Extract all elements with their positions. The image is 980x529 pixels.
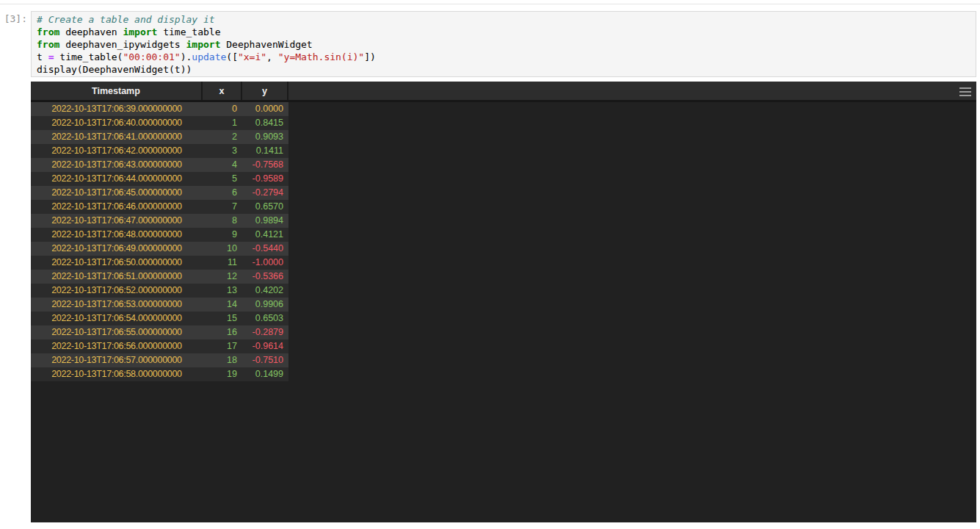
code-token: DeephavenWidget	[220, 39, 312, 50]
cell-y: -0.7568	[242, 158, 288, 172]
code-line: # Create a table and display it	[37, 13, 970, 26]
cell-timestamp: 2022-10-13T17:06:55.000000000	[31, 325, 203, 339]
cell-timestamp: 2022-10-13T17:06:54.000000000	[31, 312, 203, 325]
cell-x: 12	[203, 270, 242, 284]
code-cell-editor[interactable]: # Create a table and display itfrom deep…	[31, 11, 976, 77]
cell-x: 7	[203, 200, 242, 214]
cell-y: 0.9093	[242, 130, 288, 144]
code-token: # Create a table and display it	[37, 14, 215, 25]
cell-timestamp: 2022-10-13T17:06:40.000000000	[31, 116, 203, 130]
cell-y: -0.2879	[242, 325, 288, 339]
table-menu-icon[interactable]	[959, 87, 971, 96]
cell-x: 14	[203, 298, 242, 312]
cell-y: -0.5440	[242, 242, 288, 256]
cell-y: 0.6570	[242, 200, 288, 214]
cell-timestamp: 2022-10-13T17:06:49.000000000	[31, 242, 203, 256]
code-token: ])	[364, 51, 376, 62]
code-line: from deephaven_ipywidgets import Deephav…	[37, 38, 970, 51]
table-row[interactable]: 2022-10-13T17:06:52.000000000130.4202	[31, 284, 288, 298]
code-token: deephaven_ipywidgets	[59, 39, 186, 50]
cell-y: 0.0000	[242, 102, 288, 116]
table-row[interactable]: 2022-10-13T17:06:51.00000000012-0.5366	[31, 270, 288, 284]
cell-timestamp: 2022-10-13T17:06:47.000000000	[31, 214, 203, 228]
menu-bar	[959, 95, 971, 96]
cell-timestamp: 2022-10-13T17:06:42.000000000	[31, 144, 203, 158]
code-token: t	[37, 51, 48, 62]
cell-x: 5	[203, 172, 242, 186]
cell-x: 2	[203, 130, 242, 144]
code-token: "x=i"	[238, 51, 266, 62]
table-row[interactable]: 2022-10-13T17:06:58.000000000190.1499	[31, 367, 288, 381]
cell-x: 17	[203, 339, 242, 353]
table-row[interactable]: 2022-10-13T17:06:39.00000000000.0000	[31, 102, 288, 116]
cell-y: 0.4202	[242, 284, 288, 298]
cell-y: -0.9614	[242, 339, 288, 353]
table-row[interactable]: 2022-10-13T17:06:44.0000000005-0.9589	[31, 172, 288, 186]
cell-timestamp: 2022-10-13T17:06:45.000000000	[31, 186, 203, 200]
table-row[interactable]: 2022-10-13T17:06:45.0000000006-0.2794	[31, 186, 288, 200]
table-row[interactable]: 2022-10-13T17:06:57.00000000018-0.7510	[31, 353, 288, 367]
cell-y: 0.9906	[242, 298, 288, 312]
code-content: # Create a table and display itfrom deep…	[37, 13, 970, 76]
cell-x: 4	[203, 158, 242, 172]
cell-x: 3	[203, 144, 242, 158]
cell-y: 0.9894	[242, 214, 288, 228]
table-row[interactable]: 2022-10-13T17:06:41.00000000020.9093	[31, 130, 288, 144]
cell-divider	[0, 4, 980, 4]
cell-timestamp: 2022-10-13T17:06:39.000000000	[31, 102, 203, 116]
cell-timestamp: 2022-10-13T17:06:56.000000000	[31, 339, 203, 353]
code-line: display(DeephavenWidget(t))	[37, 63, 970, 76]
table-row[interactable]: 2022-10-13T17:06:43.0000000004-0.7568	[31, 158, 288, 172]
column-header-timestamp[interactable]: Timestamp	[31, 82, 203, 100]
table-row[interactable]: 2022-10-13T17:06:54.000000000150.6503	[31, 312, 288, 325]
cell-timestamp: 2022-10-13T17:06:53.000000000	[31, 298, 203, 312]
cell-timestamp: 2022-10-13T17:06:57.000000000	[31, 353, 203, 367]
cell-y: -0.5366	[242, 270, 288, 284]
table-row[interactable]: 2022-10-13T17:06:50.00000000011-1.0000	[31, 256, 288, 270]
menu-bar	[959, 87, 971, 89]
table-row[interactable]: 2022-10-13T17:06:47.00000000080.9894	[31, 214, 288, 228]
cell-execution-prompt: [3]:	[0, 12, 27, 25]
cell-x: 19	[203, 367, 242, 381]
table-row[interactable]: 2022-10-13T17:06:46.00000000070.6570	[31, 200, 288, 214]
column-header-x[interactable]: x	[203, 82, 242, 100]
cell-timestamp: 2022-10-13T17:06:48.000000000	[31, 228, 203, 242]
code-token: from	[37, 26, 59, 37]
table-row[interactable]: 2022-10-13T17:06:56.00000000017-0.9614	[31, 339, 288, 353]
table-row[interactable]: 2022-10-13T17:06:55.00000000016-0.2879	[31, 325, 288, 339]
code-token: "y=Math.sin(i)"	[278, 51, 364, 62]
table-header-row: Timestamp x y	[31, 82, 976, 102]
table-row[interactable]: 2022-10-13T17:06:48.00000000090.4121	[31, 228, 288, 242]
cell-x: 1	[203, 116, 242, 130]
cell-timestamp: 2022-10-13T17:06:44.000000000	[31, 172, 203, 186]
table-row[interactable]: 2022-10-13T17:06:49.00000000010-0.5440	[31, 242, 288, 256]
cell-x: 13	[203, 284, 242, 298]
code-token: display(DeephavenWidget(t))	[37, 64, 192, 75]
cell-timestamp: 2022-10-13T17:06:50.000000000	[31, 256, 203, 270]
table-row[interactable]: 2022-10-13T17:06:53.000000000140.9906	[31, 298, 288, 312]
cell-x: 11	[203, 256, 242, 270]
cell-x: 9	[203, 228, 242, 242]
table-body: 2022-10-13T17:06:39.00000000000.00002022…	[31, 102, 288, 381]
cell-timestamp: 2022-10-13T17:06:43.000000000	[31, 158, 203, 172]
code-token: ).	[181, 51, 192, 62]
cell-x: 10	[203, 242, 242, 256]
cell-timestamp: 2022-10-13T17:06:41.000000000	[31, 130, 203, 144]
cell-timestamp: 2022-10-13T17:06:46.000000000	[31, 200, 203, 214]
cell-y: -0.2794	[242, 186, 288, 200]
table-row[interactable]: 2022-10-13T17:06:40.00000000010.8415	[31, 116, 288, 130]
cell-x: 6	[203, 186, 242, 200]
notebook-page: [3]: # Create a table and display itfrom…	[0, 0, 980, 529]
cell-y: 0.4121	[242, 228, 288, 242]
cell-x: 0	[203, 102, 242, 116]
table-row[interactable]: 2022-10-13T17:06:42.00000000030.1411	[31, 144, 288, 158]
column-header-y[interactable]: y	[242, 82, 288, 100]
cell-y: -0.9589	[242, 172, 288, 186]
code-token: time_table	[157, 26, 220, 37]
code-line: t = time_table("00:00:01").update(["x=i"…	[37, 51, 970, 63]
menu-bar	[959, 91, 971, 93]
code-token: ([	[226, 51, 238, 62]
code-token: "00:00:01"	[123, 51, 180, 62]
code-line: from deephaven import time_table	[37, 26, 970, 38]
code-token: from	[37, 39, 59, 50]
